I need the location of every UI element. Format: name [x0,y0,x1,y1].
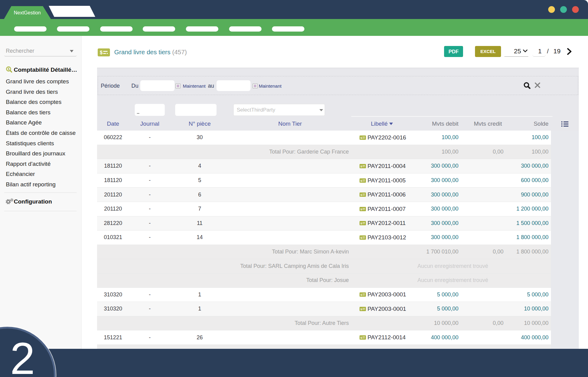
svg-text:$: $ [360,208,362,211]
svg-text:$: $ [360,236,362,239]
svg-text:$: $ [8,67,9,71]
svg-text:$: $ [360,179,362,182]
svg-text:$: $ [360,165,362,168]
svg-text:$: $ [360,136,362,139]
svg-text:$: $ [360,336,362,339]
svg-text:$: $ [360,222,362,225]
svg-text:$: $ [100,50,103,55]
svg-text:$: $ [360,193,362,196]
svg-text:$: $ [360,293,362,296]
svg-text:$: $ [360,307,362,310]
